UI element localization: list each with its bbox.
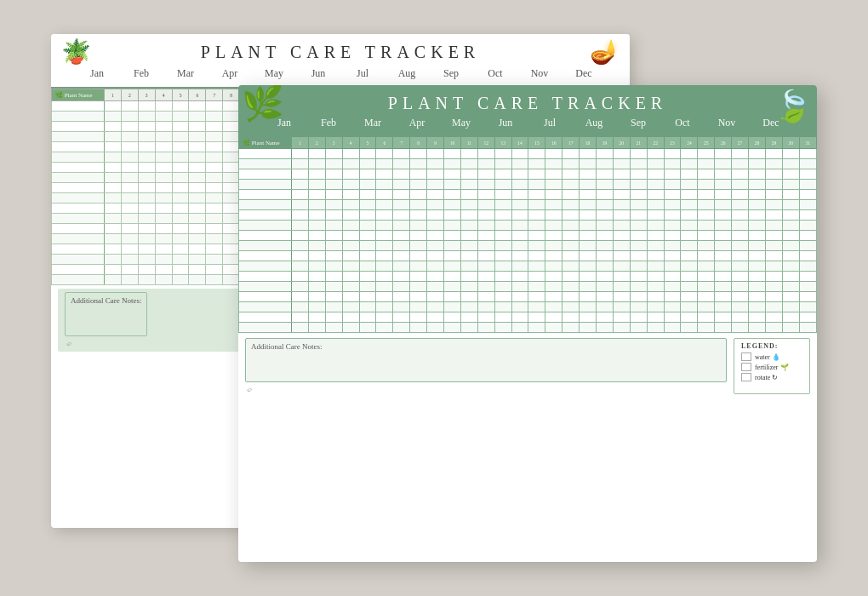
cell-plant-name-8[interactable] (239, 231, 292, 241)
cell-plant-name-2[interactable] (52, 122, 105, 132)
cell-day-8-row-17[interactable] (223, 275, 240, 285)
cell-day-20-row-0[interactable] (613, 149, 630, 159)
cell-day-10-row-16[interactable] (444, 312, 461, 323)
cell-day-5-row-13[interactable] (359, 282, 376, 292)
cell-day-12-row-10[interactable] (477, 251, 494, 261)
cell-plant-name-8[interactable] (52, 183, 105, 193)
cell-day-23-row-11[interactable] (664, 261, 681, 272)
cell-day-6-row-9[interactable] (376, 241, 393, 251)
cell-day-23-row-3[interactable] (664, 180, 681, 190)
cell-plant-name-3[interactable] (239, 180, 292, 190)
cell-day-21-row-11[interactable] (630, 261, 647, 272)
cell-day-26-row-9[interactable] (715, 241, 732, 251)
cell-day-14-row-5[interactable] (511, 200, 528, 210)
cell-day-22-row-7[interactable] (647, 221, 664, 231)
cell-day-27-row-4[interactable] (732, 190, 749, 200)
cell-day-30-row-6[interactable] (782, 210, 799, 221)
cell-day-30-row-1[interactable] (782, 159, 799, 169)
cell-day-20-row-1[interactable] (613, 159, 630, 169)
cell-day-14-row-11[interactable] (511, 261, 528, 272)
cell-day-10-row-9[interactable] (444, 241, 461, 251)
cell-day-15-row-17[interactable] (528, 323, 545, 333)
cell-day-20-row-15[interactable] (613, 302, 630, 312)
cell-day-26-row-4[interactable] (715, 190, 732, 200)
cell-day-24-row-13[interactable] (681, 282, 698, 292)
cell-day-26-row-8[interactable] (715, 231, 732, 241)
cell-day-9-row-10[interactable] (427, 251, 444, 261)
cell-day-24-row-14[interactable] (681, 292, 698, 302)
cell-day-1-row-10[interactable] (105, 203, 122, 214)
cell-day-1-row-3[interactable] (105, 132, 122, 142)
cell-day-11-row-17[interactable] (460, 323, 477, 333)
cell-day-10-row-4[interactable] (444, 190, 461, 200)
cell-day-7-row-4[interactable] (393, 190, 410, 200)
cell-day-18-row-5[interactable] (580, 200, 597, 210)
cell-day-25-row-9[interactable] (698, 241, 715, 251)
cell-day-27-row-5[interactable] (732, 200, 749, 210)
cell-day-6-row-3[interactable] (376, 180, 393, 190)
cell-day-19-row-9[interactable] (597, 241, 614, 251)
cell-day-10-row-12[interactable] (444, 272, 461, 282)
cell-day-30-row-7[interactable] (782, 221, 799, 231)
cell-day-3-row-6[interactable] (325, 210, 342, 221)
cell-day-6-row-13[interactable] (189, 234, 206, 244)
cell-day-9-row-5[interactable] (427, 200, 444, 210)
cell-day-13-row-0[interactable] (494, 149, 511, 159)
cell-day-14-row-15[interactable] (511, 302, 528, 312)
cell-day-28-row-1[interactable] (749, 159, 766, 169)
cell-day-24-row-8[interactable] (681, 231, 698, 241)
cell-day-14-row-7[interactable] (511, 221, 528, 231)
cell-day-30-row-14[interactable] (782, 292, 799, 302)
cell-day-1-row-7[interactable] (105, 173, 122, 183)
cell-day-3-row-2[interactable] (325, 169, 342, 180)
cell-day-6-row-12[interactable] (189, 224, 206, 234)
cell-day-13-row-11[interactable] (494, 261, 511, 272)
cell-day-3-row-16[interactable] (138, 265, 155, 275)
cell-day-7-row-0[interactable] (393, 149, 410, 159)
cell-day-20-row-9[interactable] (613, 241, 630, 251)
cell-day-7-row-7[interactable] (206, 173, 223, 183)
cell-day-17-row-0[interactable] (562, 149, 580, 159)
cell-day-15-row-11[interactable] (528, 261, 545, 272)
cell-day-30-row-11[interactable] (782, 261, 799, 272)
cell-plant-name-16[interactable] (52, 265, 105, 275)
cell-day-13-row-15[interactable] (494, 302, 511, 312)
cell-day-15-row-4[interactable] (528, 190, 545, 200)
cell-day-29-row-12[interactable] (765, 272, 782, 282)
cell-day-26-row-16[interactable] (715, 312, 732, 323)
cell-day-21-row-2[interactable] (630, 169, 647, 180)
cell-day-29-row-0[interactable] (765, 149, 782, 159)
cell-day-17-row-16[interactable] (562, 312, 580, 323)
cell-plant-name-13[interactable] (239, 282, 292, 292)
cell-day-8-row-5[interactable] (410, 200, 427, 210)
cell-day-7-row-15[interactable] (393, 302, 410, 312)
cell-day-3-row-12[interactable] (325, 272, 342, 282)
cell-day-21-row-3[interactable] (630, 180, 647, 190)
cell-day-6-row-14[interactable] (376, 292, 393, 302)
cell-day-9-row-16[interactable] (427, 312, 444, 323)
cell-day-13-row-14[interactable] (494, 292, 511, 302)
cell-day-5-row-6[interactable] (359, 210, 376, 221)
cell-day-11-row-16[interactable] (460, 312, 477, 323)
cell-day-2-row-15[interactable] (308, 302, 325, 312)
cell-plant-name-0[interactable] (52, 101, 105, 112)
cell-day-7-row-12[interactable] (393, 272, 410, 282)
cell-day-4-row-14[interactable] (155, 244, 172, 255)
cell-day-14-row-3[interactable] (511, 180, 528, 190)
cell-day-16-row-11[interactable] (545, 261, 562, 272)
cell-day-12-row-14[interactable] (477, 292, 494, 302)
cell-day-19-row-5[interactable] (597, 200, 614, 210)
cell-day-7-row-10[interactable] (206, 203, 223, 214)
cell-day-8-row-9[interactable] (410, 241, 427, 251)
cell-day-5-row-1[interactable] (359, 159, 376, 169)
cell-day-27-row-13[interactable] (732, 282, 749, 292)
cell-day-28-row-8[interactable] (749, 231, 766, 241)
cell-day-7-row-11[interactable] (393, 261, 410, 272)
cell-day-2-row-11[interactable] (308, 261, 325, 272)
cell-day-3-row-3[interactable] (325, 180, 342, 190)
cell-day-28-row-7[interactable] (749, 221, 766, 231)
cell-day-20-row-12[interactable] (613, 272, 630, 282)
cell-plant-name-0[interactable] (239, 149, 292, 159)
cell-day-8-row-7[interactable] (410, 221, 427, 231)
cell-day-1-row-10[interactable] (292, 251, 309, 261)
